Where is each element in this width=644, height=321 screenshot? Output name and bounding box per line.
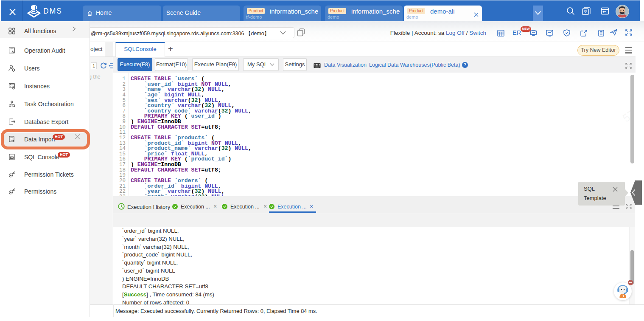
svg-text:SQL: SQL [11,157,14,159]
